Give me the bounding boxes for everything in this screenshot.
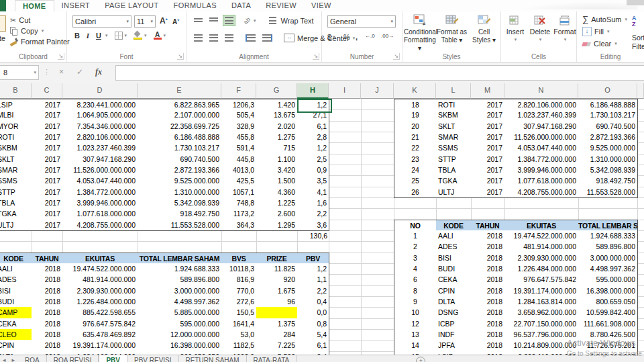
sheet-tab-pbv-revisi[interactable]: PBV REVISI <box>127 355 179 362</box>
cell[interactable]: 1.023.237.460.399 <box>62 142 138 154</box>
cell[interactable]: 96 <box>256 296 298 308</box>
cell[interactable]: 272,6 <box>221 296 257 308</box>
currency-format-button[interactable]: $▾ <box>327 33 335 41</box>
cell[interactable]: 505,4 <box>221 109 257 121</box>
cell[interactable]: SSMS <box>0 175 32 187</box>
cell[interactable]: 1,2 <box>297 263 329 275</box>
cell[interactable]: TGKA <box>0 208 32 220</box>
chevron-down-icon[interactable]: ▾ <box>254 18 256 24</box>
cell[interactable]: 6 <box>394 274 437 285</box>
cell[interactable]: 1.310.000.000 <box>138 187 222 198</box>
cell[interactable]: SKLT <box>0 154 32 165</box>
cell[interactable]: 1.924.688.333 <box>578 230 638 242</box>
cell[interactable]: 150,5 <box>221 307 257 318</box>
cell[interactable]: 0,9 <box>297 165 329 176</box>
fill-color-icon[interactable] <box>133 32 142 40</box>
cell[interactable]: 1,2 <box>297 142 329 154</box>
cell[interactable]: 2017 <box>471 165 505 176</box>
cell[interactable]: 2018 <box>32 318 63 330</box>
borders-icon[interactable] <box>115 32 123 40</box>
cell[interactable]: AALI <box>0 263 32 275</box>
align-center-button[interactable] <box>207 32 220 44</box>
column-header-L[interactable]: L <box>436 83 471 99</box>
cell[interactable]: 2018 <box>32 263 63 275</box>
sheet-tab-roa-revisi[interactable]: ROA REVISI <box>47 355 99 362</box>
cell[interactable]: 1206,3 <box>221 99 257 110</box>
cell[interactable]: CPIN <box>0 340 32 351</box>
cell[interactable]: 595.000.000 <box>138 318 222 330</box>
cell[interactable]: 364,3 <box>221 220 257 231</box>
cell[interactable]: 1.675 <box>256 285 298 297</box>
paste-button[interactable]: Paste <box>0 14 7 56</box>
cell[interactable]: 748,8 <box>221 197 257 209</box>
cell[interactable]: 5.342.098.939 <box>578 165 638 176</box>
cell[interactable]: 2018 <box>471 307 505 318</box>
number-dialog-launcher[interactable]: ↘ <box>393 53 400 60</box>
cell[interactable]: 2.107.000.000 <box>138 109 222 121</box>
cell[interactable]: 8.230.441.000.000 <box>62 99 138 110</box>
enter-icon[interactable]: ✓ <box>76 67 83 77</box>
cell[interactable]: 2017 <box>471 154 505 165</box>
cell[interactable]: 1182,5 <box>221 340 257 351</box>
cell[interactable]: SKBM <box>0 142 32 154</box>
cell[interactable]: 1.226.484.000.000 <box>62 296 138 308</box>
column-header-E[interactable]: E <box>138 83 221 99</box>
column-header-G[interactable]: G <box>256 83 297 99</box>
cell[interactable]: STTP <box>436 154 472 165</box>
cell[interactable]: 2.820.106.000.000 <box>62 132 138 143</box>
cell[interactable]: 1.375 <box>256 318 298 330</box>
cell[interactable]: 19 <box>394 109 437 121</box>
cell[interactable]: 589.896.800 <box>138 274 222 285</box>
cell[interactable]: 595.000.000 <box>578 274 638 285</box>
shrink-font-button[interactable]: A▾ <box>172 17 179 27</box>
cell[interactable]: ROTI <box>0 132 32 143</box>
top-align-button[interactable] <box>192 16 205 25</box>
cell[interactable]: 13.675 <box>256 109 298 121</box>
sheet-nav-right-icon[interactable]: ▸ <box>9 355 19 362</box>
cell[interactable]: 2,2 <box>297 285 329 297</box>
cell[interactable]: 1.023.237.460.399 <box>504 109 579 121</box>
cell[interactable]: 1.924.688.333 <box>138 263 222 275</box>
cell[interactable]: 23 <box>394 154 437 165</box>
cell[interactable]: INDF <box>436 329 472 341</box>
decrease-indent-button[interactable] <box>244 32 258 44</box>
number-format-select[interactable]: General▾ <box>327 15 396 28</box>
cell[interactable]: 2017 <box>32 165 63 176</box>
increase-decimal-button[interactable]: ←.0 <box>365 33 375 39</box>
cell[interactable]: 3.000.000.000 <box>138 285 222 297</box>
middle-align-button[interactable] <box>207 15 220 26</box>
align-right-button[interactable] <box>223 32 235 44</box>
cell[interactable]: 1 <box>394 230 437 242</box>
cell[interactable]: 4 <box>394 263 437 275</box>
chevron-down-icon[interactable]: ▾ <box>144 33 147 38</box>
cell[interactable]: 10.214.809.000.000 <box>504 340 579 351</box>
cell[interactable]: 1.284.163.814.000 <box>504 296 579 308</box>
cell[interactable]: 11.825 <box>256 263 298 275</box>
cell[interactable]: 2017 <box>32 187 63 198</box>
cell[interactable]: 481.914.000.000 <box>504 241 579 253</box>
cell[interactable]: 3,5 <box>297 175 329 187</box>
cell[interactable]: SKBM <box>436 109 472 121</box>
bottom-align-button[interactable] <box>223 15 235 26</box>
cell[interactable]: 445,8 <box>221 154 257 165</box>
cell[interactable]: TBLA <box>436 165 472 176</box>
grow-font-button[interactable]: A▴ <box>160 16 168 26</box>
cell[interactable]: 2018 <box>471 285 505 297</box>
cell[interactable] <box>256 307 298 318</box>
cell[interactable]: 2017 <box>471 175 505 187</box>
cell[interactable]: 2017 <box>32 175 63 187</box>
cell[interactable]: 2017 <box>32 142 63 154</box>
orientation-icon[interactable]: ab <box>242 15 252 25</box>
cell[interactable]: 19.474.522.000.000 <box>504 230 579 242</box>
cell[interactable]: ROTI <box>436 99 472 110</box>
pbv-sum-cell[interactable]: 130,6 <box>297 230 329 242</box>
cell[interactable]: 19.391.174.000.000 <box>62 340 138 351</box>
cell[interactable]: 920 <box>256 274 298 285</box>
cell[interactable]: CEKA <box>0 318 32 330</box>
cell[interactable]: 1.730.103.217 <box>138 142 222 154</box>
cell[interactable]: 16.398.000.000 <box>578 285 638 297</box>
comma-style-button[interactable]: , <box>356 33 358 41</box>
cell[interactable]: 800.659.050 <box>578 296 638 308</box>
name-box[interactable]: 8 ▾ <box>0 65 39 80</box>
cell[interactable]: 591,4 <box>221 142 257 154</box>
